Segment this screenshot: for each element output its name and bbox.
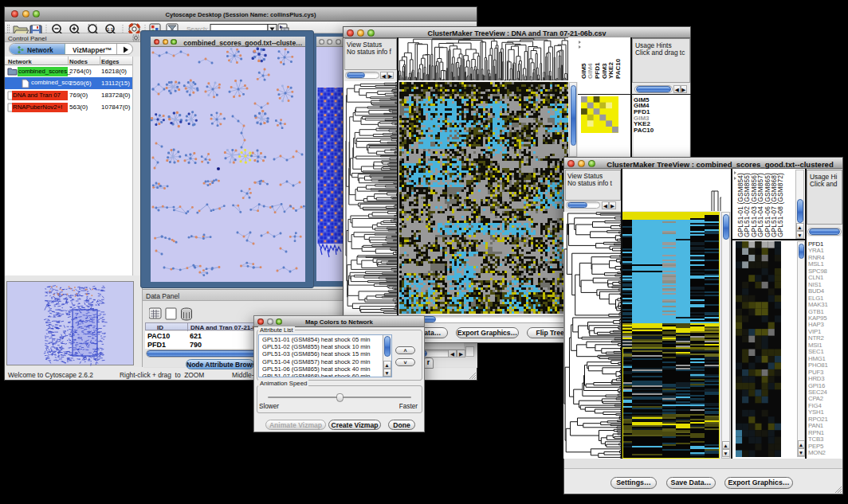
svg-text:GIM3: GIM3	[601, 63, 608, 79]
svg-text:GIM5: GIM5	[580, 63, 587, 79]
svg-text:PAC10: PAC10	[614, 58, 622, 79]
svg-text:YKE2: YKE2	[607, 62, 614, 79]
svg-text:GPL51-08 (GSM872): GPL51-08 (GSM872)	[776, 173, 784, 237]
svg-text:1:1: 1:1	[107, 26, 113, 31]
svg-text:PFD1: PFD1	[594, 62, 601, 79]
svg-text:GIM4: GIM4	[587, 63, 594, 79]
